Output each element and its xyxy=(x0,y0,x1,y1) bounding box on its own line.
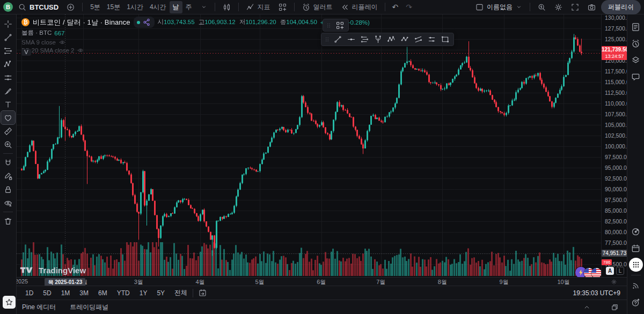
layout-menu-button[interactable]: 이름없음 xyxy=(472,2,525,13)
magnet-tool-button[interactable] xyxy=(1,156,15,169)
legend-collapse-button[interactable]: ˅ xyxy=(21,49,31,56)
panel-maximize-button[interactable] xyxy=(608,301,621,314)
indicators-button[interactable]: 지표 xyxy=(243,2,273,13)
btc-logo-icon: ₿ xyxy=(21,18,30,26)
indicator-legend-row[interactable]: BB 20 SMA close 2 xyxy=(21,46,370,54)
range-전체[interactable]: 전체 xyxy=(171,287,191,299)
interval-1시간[interactable]: 1시간 xyxy=(123,1,147,13)
divider xyxy=(3,212,13,212)
goto-date-button[interactable] xyxy=(195,287,210,298)
compare-add-symbol-button[interactable] xyxy=(63,2,78,13)
drag-handle-icon[interactable] xyxy=(325,22,332,29)
eye-icon[interactable] xyxy=(77,47,84,54)
tab-trading-panel[interactable]: 트레이딩패널 xyxy=(70,303,108,312)
channel-float-button[interactable] xyxy=(412,34,425,45)
indicator-templates-button[interactable] xyxy=(275,2,290,13)
quick-search-button[interactable] xyxy=(535,2,549,13)
editlock-tool-button[interactable] xyxy=(1,169,15,183)
server-clock[interactable]: 19:35:03 UTC+9 xyxy=(573,289,620,297)
chart-type-button[interactable] xyxy=(219,2,234,13)
volume-row[interactable]: 볼륨 · BTC 667 xyxy=(21,29,370,37)
favorite-drawings-star-button[interactable] xyxy=(3,296,16,309)
eyecross-tool-button[interactable] xyxy=(1,196,15,210)
help-panel-button[interactable] xyxy=(629,296,643,309)
heart-tool-button[interactable] xyxy=(1,111,15,124)
interval-5분[interactable]: 5분 xyxy=(87,1,104,13)
alarm-panel-button[interactable] xyxy=(629,37,643,50)
interval-주[interactable]: 주 xyxy=(182,1,195,13)
settings-button[interactable] xyxy=(551,2,566,13)
interval-dropdown[interactable] xyxy=(197,2,210,12)
log-scale-button[interactable]: L xyxy=(616,267,624,275)
pitchfork-float-button[interactable] xyxy=(371,34,384,45)
top-toolbar: B BTCUSD 5분15분1시간4시간날주 지표 얼러트 리플레이 ↶ ↷ xyxy=(0,0,644,14)
publish-button[interactable]: 퍼블리쉬 xyxy=(601,0,641,14)
eye-icon[interactable] xyxy=(58,39,66,46)
chat-panel-button[interactable] xyxy=(629,70,643,84)
target-panel-button[interactable] xyxy=(629,225,643,238)
fib-float-button[interactable] xyxy=(358,34,371,45)
interval-날[interactable]: 날 xyxy=(170,1,182,13)
fullscreen-button[interactable] xyxy=(568,2,582,13)
forecast-tool-button[interactable] xyxy=(1,71,15,84)
legend-main-row[interactable]: ₿ 비트코인 / 달러 · 1날 · Binance 시103,743.55고1… xyxy=(21,17,370,28)
trash-tool-button[interactable] xyxy=(1,214,15,228)
quick-search-icon xyxy=(537,3,546,12)
layout-square-icon xyxy=(475,3,484,12)
auto-scale-button[interactable]: A xyxy=(606,267,614,275)
calendar-panel-button[interactable] xyxy=(629,242,643,255)
divider xyxy=(530,3,530,11)
price-tick: 130,000.00 xyxy=(605,14,627,21)
indicator-legend-row[interactable]: SMA 9 close xyxy=(21,38,370,46)
range-1D[interactable]: 1D xyxy=(22,288,36,298)
lock-tool-button[interactable] xyxy=(1,183,15,196)
flatchannel-float-button[interactable] xyxy=(425,34,438,45)
ohlc-item: 고106,903.12 xyxy=(199,18,236,26)
trendline-float-button[interactable] xyxy=(331,34,344,45)
zoomin-tool-button[interactable] xyxy=(1,138,15,151)
hline-float-button[interactable] xyxy=(345,34,357,45)
layers-panel-button[interactable] xyxy=(629,54,643,67)
axis-settings-corner[interactable] xyxy=(601,277,627,286)
drag-handle-icon[interactable] xyxy=(324,36,331,43)
brush-tool-button[interactable] xyxy=(1,84,15,98)
gridplus-float-button[interactable] xyxy=(333,20,346,31)
user-avatar[interactable]: B xyxy=(3,2,13,12)
snapshot-button[interactable] xyxy=(584,2,599,13)
watchlist-panel-button[interactable] xyxy=(629,20,643,34)
ruler-tool-button[interactable] xyxy=(1,124,15,138)
pattern-tool-button[interactable] xyxy=(1,57,15,71)
tab-pine-editor[interactable]: Pine 에디터 xyxy=(22,303,56,312)
undo-button[interactable]: ↶ xyxy=(390,2,401,12)
text-tool-button[interactable] xyxy=(1,98,15,111)
range-5D[interactable]: 5D xyxy=(40,288,54,298)
range-1M[interactable]: 1M xyxy=(58,288,74,298)
xabcd-float-button[interactable] xyxy=(385,34,398,45)
symbol-search-button[interactable]: BTCUSD xyxy=(15,2,61,13)
replay-button[interactable]: 리플레이 xyxy=(338,2,380,13)
range-5Y[interactable]: 5Y xyxy=(153,288,168,298)
wifi-panel-button[interactable] xyxy=(629,279,643,293)
price-tick: 97,500.00 xyxy=(605,154,627,160)
range-1Y[interactable]: 1Y xyxy=(136,288,151,298)
trendline-tool-button[interactable] xyxy=(1,31,15,44)
abc-float-button[interactable] xyxy=(398,34,411,45)
price-axis[interactable]: 130,000.00127,500.00125,000.00122,500.00… xyxy=(601,14,627,277)
crosshair-tool-button[interactable] xyxy=(1,17,15,31)
redo-button[interactable]: ↷ xyxy=(403,2,415,12)
fib-tool-button[interactable] xyxy=(1,44,15,57)
interval-15분[interactable]: 15분 xyxy=(104,1,123,13)
interval-4시간[interactable]: 4시간 xyxy=(147,1,170,13)
apps-grid-button[interactable] xyxy=(629,258,643,272)
range-3M[interactable]: 3M xyxy=(76,288,92,298)
market-status-pill[interactable] xyxy=(134,17,155,28)
recttool-float-button[interactable] xyxy=(438,34,451,45)
panel-expand-button[interactable] xyxy=(580,301,594,314)
plus-circle-icon xyxy=(66,3,75,12)
range-YTD[interactable]: YTD xyxy=(114,288,133,298)
alert-button[interactable]: 얼러트 xyxy=(299,2,335,13)
range-6M[interactable]: 6M xyxy=(95,288,111,298)
market-open-dot-icon xyxy=(137,21,140,24)
price-tick: 77,500.00 xyxy=(605,240,627,246)
time-axis[interactable]: 20252월3월4월5월6월7월8월9월10월목 2025-01-23 xyxy=(17,277,601,286)
